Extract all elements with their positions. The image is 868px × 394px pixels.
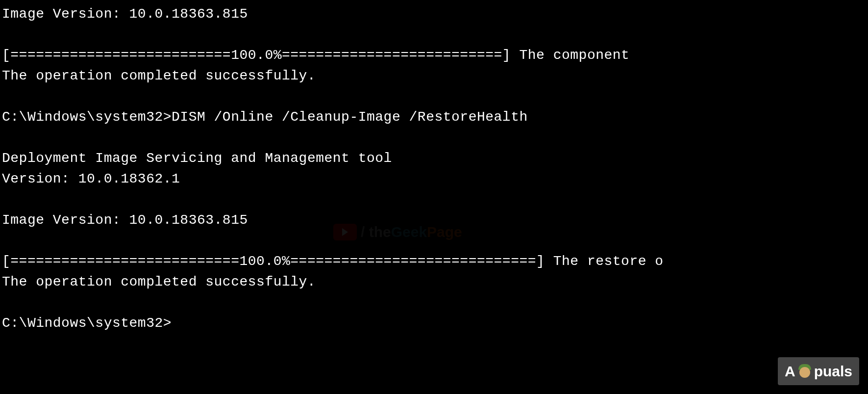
progress-line: [==========================100.0%=======… [2,45,866,66]
mascot-icon [797,364,812,379]
progress-line: [===========================100.0%======… [2,251,866,272]
watermark-suffix: puals [814,360,852,382]
output-line: Image Version: 10.0.18363.815 [2,4,866,25]
watermark-prefix: A [785,360,795,382]
prompt-line: C:\Windows\system32> [2,313,866,334]
blank-line [2,86,866,107]
blank-line [2,189,866,210]
output-line: Deployment Image Servicing and Managemen… [2,148,866,169]
output-line: Version: 10.0.18362.1 [2,169,866,189]
terminal-output[interactable]: Image Version: 10.0.18363.815 [=========… [2,4,866,334]
output-line: The operation completed successfully. [2,66,866,86]
blank-line [2,292,866,313]
corner-watermark: A puals [778,357,859,385]
blank-line [2,231,866,251]
blank-line [2,128,866,148]
blank-line [2,25,866,45]
output-line: Image Version: 10.0.18363.815 [2,210,866,231]
output-line: The operation completed successfully. [2,272,866,292]
command-line: C:\Windows\system32>DISM /Online /Cleanu… [2,107,866,128]
